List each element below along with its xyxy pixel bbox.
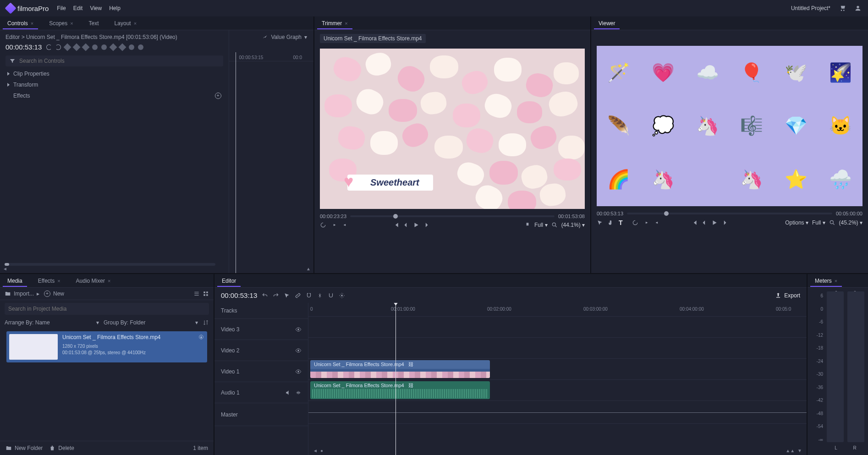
kf-next-icon[interactable] [82,43,90,51]
tab-trimmer[interactable]: Trimmer× [317,17,352,29]
sort-icon[interactable] [203,319,209,326]
import-button[interactable]: Import... ▸ [5,291,39,297]
tab-scopes[interactable]: Scopes× [44,17,77,29]
timeline-playhead[interactable] [396,303,396,455]
tab-viewer[interactable]: Viewer [594,17,620,29]
prop-effects[interactable]: Effects+ [5,90,223,101]
slice-tool-icon[interactable] [317,292,323,299]
kf-linear-icon[interactable] [110,43,117,51]
close-icon[interactable]: × [345,21,347,26]
out-point-icon[interactable] [342,222,348,228]
in-point-icon[interactable] [643,219,649,226]
text-tool-icon[interactable]: T [619,219,623,226]
search-icon[interactable] [551,222,558,228]
step-fwd-icon[interactable] [721,219,728,226]
undo-icon[interactable] [262,292,268,299]
track-audio-1[interactable]: Audio 1 [214,382,308,403]
scroll-right-icon[interactable]: ▲ [306,266,311,271]
track-video-3[interactable]: Video 3 [214,319,308,340]
export-button[interactable]: Export [775,292,800,299]
search-icon[interactable] [829,219,835,226]
add-effect-icon[interactable]: + [215,93,221,99]
trimmer-quality[interactable]: Full ▾ [534,222,548,228]
step-back-icon[interactable] [403,222,409,228]
zoom-in-icon[interactable]: ▼ [797,448,802,453]
tab-editor[interactable]: Editor [217,275,241,287]
editor-timecode[interactable]: 00:00:53:13 [221,291,257,299]
kf-hold-icon[interactable] [119,43,126,51]
kf-dot-icon[interactable] [129,44,134,50]
in-point-icon[interactable] [331,222,337,228]
waveform-icon[interactable] [295,389,302,396]
timeline-ruler[interactable]: 0 00:01:00:00 00:02:00:00 00:03:00:00 00… [308,303,807,317]
tab-meters[interactable]: Meters× [810,275,842,287]
tab-audio-mixer[interactable]: Audio Mixer× [71,275,115,287]
tab-media[interactable]: Media [3,275,27,287]
gear-icon[interactable] [198,334,204,340]
speaker-icon[interactable] [285,389,291,396]
viewer-zoom[interactable]: (45.2%) ▾ [839,219,863,226]
loop-icon[interactable] [320,222,326,228]
step-back-icon[interactable] [701,219,708,226]
arrange-by-dropdown[interactable]: Arrange By: Name▾ [5,319,99,326]
prop-transform[interactable]: Transform [5,79,223,90]
new-folder-button[interactable]: New Folder [5,445,43,451]
filter-icon[interactable] [9,58,16,64]
grid-view-icon[interactable] [203,291,209,297]
tab-effects[interactable]: Effects× [33,275,65,287]
kf-diamond-icon[interactable] [73,43,81,51]
trimmer-seek-track[interactable] [350,215,555,217]
timeline-row-v2[interactable] [308,338,807,359]
menu-help[interactable]: Help [109,5,121,11]
kf-dot2-icon[interactable] [138,44,143,50]
overwrite-icon[interactable] [524,222,531,228]
menu-file[interactable]: File [57,5,66,11]
media-item[interactable]: Unicorn Set _ Filmora Effects Store.mp4 … [6,331,207,362]
play-icon[interactable] [711,219,718,226]
tab-text[interactable]: Text [84,17,104,29]
scroll-left-icon[interactable]: ◄ [3,266,7,271]
track-master[interactable]: Master [214,403,308,426]
timeline-area[interactable]: 0 00:01:00:00 00:02:00:00 00:03:00:00 00… [308,303,807,455]
viewer-quality[interactable]: Full ▾ [812,219,825,226]
timeline-row-master[interactable] [308,401,807,424]
play-icon[interactable] [413,222,419,228]
snap-tool-icon[interactable] [306,292,312,299]
insert-icon[interactable] [514,222,521,228]
delete-button[interactable]: Delete [49,445,74,451]
kf-bezier-icon[interactable] [101,44,107,50]
kf-playhead[interactable] [236,52,236,273]
trimmer-zoom[interactable]: (44.1%) ▾ [561,222,585,228]
step-fwd-icon[interactable] [423,222,429,228]
selection-tool-icon[interactable] [597,219,603,226]
viewer-preview[interactable]: 🪄 💗 ☁️ 🎈 🕊️ 🌠 🪶 💭 🦄 🎼 💎 🐱 🌈 🦄 🦄 ⭐ 🌧️ [597,46,863,206]
group-by-dropdown[interactable]: Group By: Folder▾ [104,319,198,326]
cart-icon[interactable] [839,5,846,12]
controls-timecode[interactable]: 00:00:53:13 [5,43,42,51]
viewer-options[interactable]: Options ▾ [785,219,808,226]
timeline-row-v3[interactable] [308,317,807,338]
controls-search-input[interactable] [19,58,220,64]
magnet-icon[interactable] [328,292,334,299]
prev-icon[interactable] [393,222,399,228]
undo-icon[interactable] [46,44,52,50]
menu-edit[interactable]: Edit [73,5,83,11]
track-video-2[interactable]: Video 2 [214,340,308,361]
kf-prev-icon[interactable] [64,43,71,51]
close-icon[interactable]: × [70,21,73,26]
kf-ease-icon[interactable] [92,44,98,50]
link-tool-icon[interactable] [295,292,301,299]
viewer-seek-track[interactable] [627,213,832,214]
clip-video-1[interactable]: Unicorn Set _ Filmora Effects Store.mp4 … [310,360,490,378]
menu-view[interactable]: View [90,5,102,11]
zoom-dot-icon[interactable]: ● [320,448,323,453]
tab-controls[interactable]: Controls× [3,17,38,29]
new-button[interactable]: + New [44,291,64,297]
redo-icon[interactable] [273,292,279,299]
zoom-out-icon[interactable]: ◄ [313,448,318,453]
close-icon[interactable]: × [108,278,110,284]
prev-icon[interactable] [691,219,698,226]
tab-layout[interactable]: Layout× [110,17,141,29]
close-icon[interactable]: × [57,278,60,284]
eye-icon[interactable] [295,347,302,354]
